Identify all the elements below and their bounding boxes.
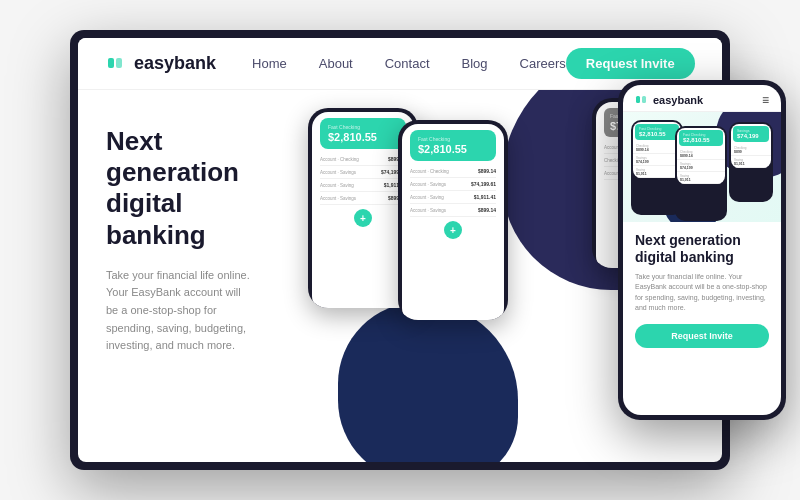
mobile-brand-logo[interactable]: easybank (635, 93, 703, 107)
mobile-screen: easybank ≡ Fast Checking $2,810.55 Check… (623, 85, 781, 415)
mobile-phone-3-screen: Savings $74,199 Checking$899 Saving$1,91… (731, 124, 771, 168)
phone-second-screen: Fast Checking $2,810.55 Account · Checki… (402, 124, 504, 320)
mobile-frame: easybank ≡ Fast Checking $2,810.55 Check… (618, 80, 786, 420)
mobile-navbar: easybank ≡ (623, 85, 781, 112)
mobile-request-invite-button[interactable]: Request Invite (635, 324, 769, 348)
nav-links: Home About Contact Blog Careers (252, 56, 566, 71)
brand-logo[interactable]: easybank (106, 53, 216, 75)
hero-title: Next generation digital banking (106, 126, 254, 251)
mobile-phone-3: Savings $74,199 Checking$899 Saving$1,91… (729, 122, 773, 202)
svg-rect-2 (636, 96, 640, 103)
mobile-hero-title: Next generation digital banking (635, 232, 769, 266)
mobile-phone-1-screen: Fast Checking $2,810.55 Checking$899.14 … (633, 122, 681, 178)
nav-home[interactable]: Home (252, 56, 287, 71)
nav-about[interactable]: About (319, 56, 353, 71)
nav-contact[interactable]: Contact (385, 56, 430, 71)
mobile-phone-2-screen: Fast Checking $2,810.55 Checking$899.14 … (677, 128, 725, 184)
mobile-logo-icon (635, 93, 649, 107)
hero-description: Take your financial life online. Your Ea… (106, 267, 254, 355)
blob-navy (338, 302, 518, 462)
mobile-hero-text: Next generation digital banking Take you… (623, 222, 781, 354)
request-invite-button[interactable]: Request Invite (566, 48, 695, 79)
nav-careers[interactable]: Careers (520, 56, 566, 71)
svg-rect-3 (642, 96, 646, 103)
hero-text-area: Next generation digital banking Take you… (78, 90, 278, 462)
navbar: easybank Home About Contact Blog Careers… (78, 38, 722, 90)
mobile-hamburger-icon[interactable]: ≡ (762, 93, 769, 107)
nav-blog[interactable]: Blog (462, 56, 488, 71)
mobile-phones-area: Fast Checking $2,810.55 Checking$899.14 … (623, 112, 781, 222)
phone-second: Fast Checking $2,810.55 Account · Checki… (398, 120, 508, 320)
logo-icon (106, 53, 128, 75)
svg-rect-1 (116, 58, 122, 68)
svg-rect-0 (108, 58, 114, 68)
mobile-brand-name: easybank (653, 94, 703, 106)
mobile-phone-2: Fast Checking $2,810.55 Checking$899.14 … (675, 126, 727, 221)
brand-name: easybank (134, 53, 216, 74)
mobile-hero-description: Take your financial life online. Your Ea… (635, 272, 769, 314)
